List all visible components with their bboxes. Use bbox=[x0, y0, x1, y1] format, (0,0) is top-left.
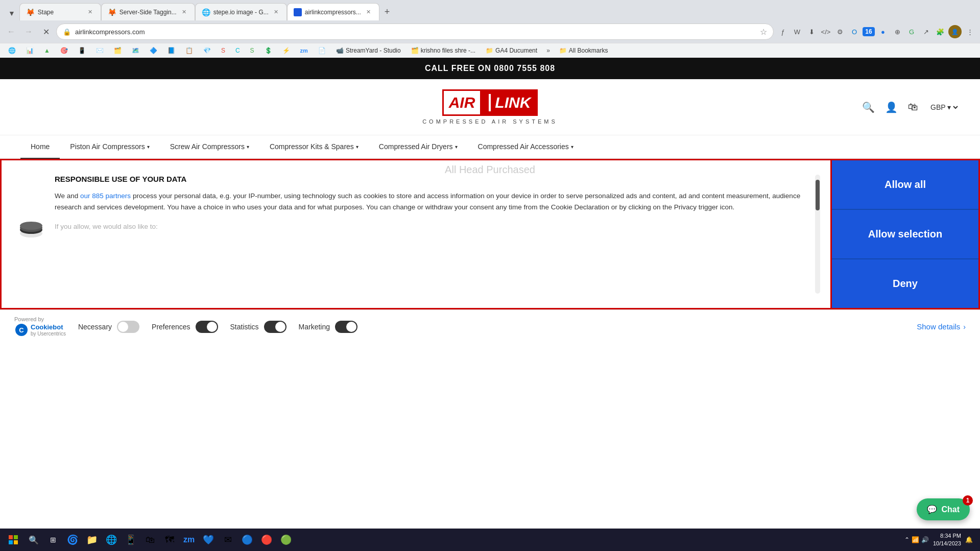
extension-puzzle-icon[interactable]: 🧩 bbox=[934, 26, 946, 38]
mail-taskbar-icon[interactable]: ✉ bbox=[219, 531, 237, 549]
chrome4-taskbar-icon[interactable]: 🟢 bbox=[277, 531, 295, 549]
extension-badge-icon[interactable]: 16 bbox=[863, 26, 875, 38]
reload-button[interactable]: ✕ bbox=[39, 25, 53, 39]
bookmark-star-icon[interactable]: ☆ bbox=[760, 27, 767, 37]
allow-all-button[interactable]: Allow all bbox=[832, 160, 978, 210]
marketing-toggle[interactable] bbox=[335, 321, 357, 333]
account-button[interactable]: 👤 bbox=[885, 101, 898, 113]
bookmark-16[interactable]: ⚡ bbox=[278, 45, 294, 56]
tab-airlink[interactable]: airlinkcompressors... ✕ bbox=[287, 3, 379, 20]
bookmark-7[interactable]: 🗂️ bbox=[110, 45, 126, 56]
preferences-label: Preferences bbox=[152, 323, 190, 331]
bookmark-12[interactable]: 💎 bbox=[199, 45, 215, 56]
extension-nav-icon[interactable]: ⊕ bbox=[891, 26, 903, 38]
start-button[interactable] bbox=[3, 531, 23, 549]
extension-arrow-icon[interactable]: ↗ bbox=[920, 26, 932, 38]
preferences-toggle[interactable] bbox=[196, 321, 218, 333]
bookmark-15[interactable]: 💲 bbox=[260, 45, 276, 56]
extension-settings-icon[interactable]: ⚙ bbox=[834, 26, 846, 38]
nav-screw[interactable]: Screw Air Compressors ▾ bbox=[160, 135, 259, 158]
necessary-toggle[interactable] bbox=[117, 321, 139, 333]
bookmark-10[interactable]: 📘 bbox=[163, 45, 179, 56]
bookmark-17[interactable]: 📄 bbox=[314, 45, 330, 56]
date-text: 10/14/2023 bbox=[933, 540, 961, 547]
bookmark-ga4[interactable]: 📁GA4 Ducument bbox=[482, 45, 541, 56]
nav-home[interactable]: Home bbox=[20, 135, 60, 159]
address-bar[interactable]: 🔒 airlinkcompressors.com ☆ bbox=[56, 23, 774, 40]
extension-g-icon[interactable]: G bbox=[905, 26, 918, 38]
tab-close-button[interactable]: ✕ bbox=[272, 8, 280, 16]
bookmark-6[interactable]: ✉️ bbox=[92, 45, 108, 56]
network-icon[interactable]: 📶 bbox=[912, 536, 919, 543]
nav-piston[interactable]: Piston Air Compressors ▾ bbox=[60, 135, 159, 158]
whatsapp-taskbar-icon[interactable]: 📱 bbox=[122, 531, 140, 549]
tray-up-icon[interactable]: ⌃ bbox=[904, 536, 910, 543]
chrome2-taskbar-icon[interactable]: 🔵 bbox=[238, 531, 256, 549]
allow-selection-button[interactable]: Allow selection bbox=[832, 210, 978, 259]
file-explorer-icon[interactable]: 📁 bbox=[83, 531, 101, 549]
bookmark-zm[interactable]: zm bbox=[296, 46, 312, 55]
edge-taskbar-icon[interactable]: 🌀 bbox=[63, 531, 82, 549]
extension-f-icon[interactable]: ƒ bbox=[777, 26, 789, 38]
bookmark-krishno[interactable]: 🗂️krishno files shre -... bbox=[407, 45, 480, 56]
store-taskbar-icon[interactable]: 🛍 bbox=[141, 531, 159, 549]
bookmark-11[interactable]: 📋 bbox=[181, 45, 197, 56]
nav-accessories[interactable]: Compressed Air Accessories ▾ bbox=[468, 135, 584, 158]
forward-button[interactable]: → bbox=[21, 25, 36, 39]
notification-icon[interactable]: 🔔 bbox=[965, 536, 973, 543]
tab-stape[interactable]: 🦊 Stape ✕ bbox=[19, 3, 101, 20]
bookmark-streamyard[interactable]: 📹StreamYard - Studio bbox=[332, 45, 405, 56]
bookmark-4[interactable]: 🎯 bbox=[56, 45, 72, 56]
currency-selector[interactable]: GBP ▾ bbox=[928, 103, 960, 112]
search-taskbar-button[interactable]: 🔍 bbox=[25, 531, 43, 549]
show-details-button[interactable]: Show details › bbox=[917, 322, 966, 331]
back-button[interactable]: ← bbox=[4, 25, 18, 39]
maps-taskbar-icon[interactable]: 🗺 bbox=[160, 531, 179, 549]
search-button[interactable]: 🔍 bbox=[862, 101, 875, 113]
bookmark-9[interactable]: 🔷 bbox=[146, 45, 161, 56]
tab-more-button[interactable]: ▼ bbox=[4, 6, 19, 20]
bookmark-2[interactable]: 📊 bbox=[22, 45, 38, 56]
tab-close-button[interactable]: ✕ bbox=[180, 8, 188, 16]
cookiebot-brand-sub: by Usercentrics bbox=[31, 331, 66, 337]
extension-code-icon[interactable]: </> bbox=[820, 26, 832, 38]
nav-dryers[interactable]: Compressed Air Dryers ▾ bbox=[369, 135, 468, 158]
tab-close-button[interactable]: ✕ bbox=[86, 8, 94, 16]
extension-blue-circle-icon[interactable]: ● bbox=[877, 26, 889, 38]
task-view-button[interactable]: ⊞ bbox=[44, 531, 62, 549]
volume-icon[interactable]: 🔊 bbox=[921, 536, 929, 543]
chrome-taskbar-icon[interactable]: 🌐 bbox=[102, 531, 121, 549]
new-tab-button[interactable]: + bbox=[379, 4, 395, 20]
scroll-bar[interactable] bbox=[815, 175, 820, 294]
bookmark-all[interactable]: 📁All Bookmarks bbox=[555, 45, 612, 56]
chat-button[interactable]: 💬 Chat 1 bbox=[917, 498, 970, 520]
extension-w-icon[interactable]: W bbox=[791, 26, 803, 38]
we-and-text: We and bbox=[55, 192, 80, 200]
bookmark-1[interactable]: 🌐 bbox=[4, 45, 20, 56]
deny-button[interactable]: Deny bbox=[832, 259, 978, 308]
bookmark-14[interactable]: S bbox=[246, 45, 258, 56]
taskbar-clock[interactable]: 8:34 PM 10/14/2023 bbox=[933, 532, 961, 548]
vscode-taskbar-icon[interactable]: 💙 bbox=[199, 531, 218, 549]
nav-kits[interactable]: Compressor Kits & Spares ▾ bbox=[259, 135, 369, 158]
profile-avatar[interactable]: 👤 bbox=[948, 25, 962, 38]
more-options-button[interactable]: ⋮ bbox=[964, 26, 976, 38]
tab-bar: ▼ 🦊 Stape ✕ 🦊 Server-Side Taggin... ✕ 🌐 … bbox=[0, 0, 980, 20]
bookmark-5[interactable]: 📱 bbox=[74, 45, 90, 56]
partners-link[interactable]: our 885 partners bbox=[80, 192, 131, 200]
bookmark-13[interactable]: C bbox=[231, 45, 244, 56]
extension-download-icon[interactable]: ⬇ bbox=[805, 26, 818, 38]
bookmark-3[interactable]: ▲ bbox=[40, 45, 54, 56]
tab-server-tagging[interactable]: 🦊 Server-Side Taggin... ✕ bbox=[101, 3, 195, 20]
cart-button[interactable]: 🛍 bbox=[908, 101, 918, 113]
bookmark-salsa[interactable]: S bbox=[217, 45, 229, 56]
chrome3-taskbar-icon[interactable]: 🔴 bbox=[257, 531, 276, 549]
banner-text: CALL FREE ON 0800 7555 808 bbox=[425, 64, 555, 73]
tab-stepe[interactable]: 🌐 stepe.io image - G... ✕ bbox=[195, 3, 287, 20]
extension-outlook-icon[interactable]: O bbox=[848, 26, 861, 38]
tab-close-button[interactable]: ✕ bbox=[364, 8, 373, 16]
bookmarks-overflow[interactable]: » bbox=[543, 45, 553, 56]
zoom-taskbar-icon[interactable]: zm bbox=[180, 531, 198, 549]
statistics-toggle[interactable] bbox=[264, 321, 286, 333]
bookmark-8[interactable]: 🗺️ bbox=[128, 45, 144, 56]
